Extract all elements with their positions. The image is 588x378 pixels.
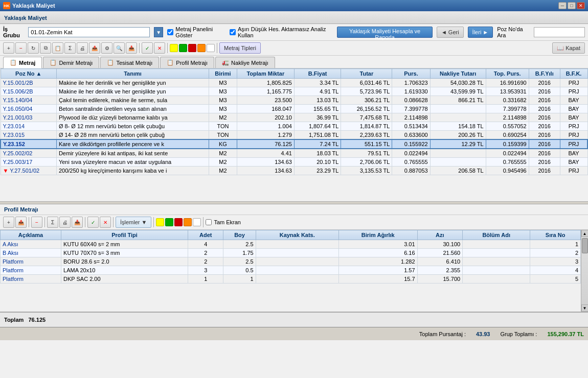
export-button[interactable]: 📤 — [89, 42, 100, 54]
table-row[interactable]: Y.23.015 Ø 14- Ø 28 mm nervürlü beton çe… — [1, 131, 587, 140]
bottom-col-aciklama[interactable]: Açıklama — [1, 230, 61, 240]
bottom-table-row[interactable]: Platform LAMA 20x10 3 0.5 1.57 2.355 4 — [1, 266, 581, 275]
bottom-col-bolum-adi[interactable]: Bölüm Adı — [463, 230, 530, 240]
bottom-remove-button[interactable]: − — [31, 217, 42, 228]
bottom-check-button[interactable]: ✓ — [87, 217, 99, 228]
bottom-col-azi[interactable]: Azı — [417, 230, 463, 240]
bottom-table-row[interactable]: A Aksı KUTU 60X40 s= 2 mm 4 2.5 3.01 30.… — [1, 240, 581, 249]
bottom-col-kaynak-kats[interactable]: Kaynak Kats. — [256, 230, 338, 240]
islemler-button[interactable]: İşlemler ▼ — [116, 217, 151, 228]
bottom-add-button[interactable]: + — [3, 217, 14, 228]
maximize-button[interactable]: □ — [568, 2, 576, 9]
table-row[interactable]: Y.15.140/04 Çakıl temin edilerek, makine… — [1, 96, 587, 105]
color-white-button[interactable] — [207, 44, 215, 52]
scroll-down-arrow[interactable]: ▼ — [581, 304, 589, 312]
poz-search-input[interactable] — [534, 27, 585, 37]
tab-demir-metraji[interactable]: 📋 Demir Metrajı — [43, 57, 99, 68]
bottom-cross-button[interactable]: ✕ — [100, 217, 111, 228]
bottom-col-profil-tipi[interactable]: Profil Tipi — [61, 230, 188, 240]
color-green-button[interactable] — [179, 44, 187, 52]
table-row[interactable]: Y.15.001/2B Makine ile her derinlik ve h… — [1, 79, 587, 87]
scroll-up-arrow[interactable]: ▲ — [581, 230, 589, 237]
cell-bfk: BAY — [560, 113, 587, 122]
col-bf-yil[interactable]: B.F.Yılı — [529, 69, 560, 79]
cell-toplam-miktar: 1.279 — [237, 131, 294, 140]
cell-top-purs: 0.945496 — [486, 167, 529, 175]
color-red-button[interactable] — [188, 44, 196, 52]
is-grubu-dropdown-btn[interactable]: ▼ — [154, 27, 163, 37]
bottom-color-red[interactable] — [174, 218, 183, 226]
col-nakliye-tutari[interactable]: Nakliye Tutarı — [430, 69, 486, 79]
table-row[interactable]: Y.23.152 Kare ve dikdörtgen profillerle … — [1, 139, 587, 149]
table-row[interactable]: Y.25.002/02 Demir yüzeylere iki kat anti… — [1, 149, 587, 158]
copy-button[interactable]: ⧉ — [40, 42, 51, 54]
is-grubu-input[interactable] — [28, 27, 150, 37]
bottom-table-row[interactable]: Platform BORU 28.6 s= 2.0 2 2.5 1.282 6.… — [1, 257, 581, 266]
tam-ekran-checkbox[interactable] — [206, 219, 212, 225]
tab-profil-metraji[interactable]: 📋 Profil Metrajı — [160, 57, 214, 68]
bottom-sum-button[interactable]: Σ — [47, 217, 58, 228]
bottom-color-green[interactable] — [165, 218, 173, 226]
bottom-col-adet[interactable]: Adet — [188, 230, 223, 240]
table-row[interactable]: Y.21.001/03 Plywood ile düz yüzeyli beto… — [1, 113, 587, 122]
add-button[interactable]: + — [3, 42, 14, 54]
minimize-button[interactable]: ─ — [558, 2, 567, 9]
col-b-fiyat[interactable]: B.Fiyat — [294, 69, 341, 79]
bottom-col-birim-agirlik[interactable]: Birim Ağırlık — [338, 230, 417, 240]
color-orange-button[interactable] — [197, 44, 206, 52]
sum-button[interactable]: Σ — [64, 42, 76, 54]
bottom-cell-adet: 3 — [188, 266, 223, 275]
bottom-print-button[interactable]: 🖨 — [59, 217, 71, 228]
tab-metraj[interactable]: 📋 Metraj — [3, 57, 42, 68]
col-bfk[interactable]: B.F.K. — [560, 69, 587, 79]
col-top-purs[interactable]: Top. Purs. — [486, 69, 529, 79]
bottom-export-button[interactable]: 📤 — [15, 217, 27, 228]
check-button[interactable]: ✓ — [142, 42, 153, 54]
ileri-button[interactable]: İleri ► — [468, 27, 493, 38]
metraj-tipleri-button[interactable]: Metraj Tipleri — [219, 42, 261, 54]
metraj-paneli-checkbox[interactable] — [167, 29, 173, 35]
col-poz-no[interactable]: Poz No ▲ — [1, 69, 56, 79]
col-tutar[interactable]: Tutar — [341, 69, 392, 79]
col-purs[interactable]: Purs. — [392, 69, 430, 79]
import-button[interactable]: 📥 — [126, 42, 137, 54]
geri-button[interactable]: ◄ Geri — [437, 27, 464, 38]
col-tanim[interactable]: Tanımı — [56, 69, 209, 79]
bottom-table-row[interactable]: B Aksı KUTU 70X70 s= 3 mm 2 1.75 6.16 21… — [1, 249, 581, 257]
hesapla-button[interactable]: Yaklaşık Maliyeti Hesapla ve Raporla — [337, 27, 433, 38]
grup-toplami-label: Grup Toplamı : — [500, 331, 537, 337]
bottom-color-white[interactable] — [193, 218, 201, 226]
bottom-table-row[interactable]: Platform DKP SAC 2.00 1 1 15.7 15.700 5 — [1, 275, 581, 284]
bottom-table-scroll[interactable]: Açıklama Profil Tipi Adet Boy Kaynak Kat… — [0, 230, 581, 312]
table-row[interactable]: ▼ Y.27.501/02 200/250 kg kireç/çimento k… — [1, 167, 587, 175]
bottom-color-yellow[interactable] — [156, 218, 164, 226]
settings-button[interactable]: ⚙ — [101, 42, 112, 54]
table-row[interactable]: Y.16.050/04 Beton santralinde üretilen v… — [1, 105, 587, 113]
col-birim[interactable]: Birimi — [209, 69, 237, 79]
table-row[interactable]: Y.23.014 Ø 8- Ø 12 mm nervürlü beton çel… — [1, 122, 587, 131]
col-toplam-miktar[interactable]: Toplam Miktar — [237, 69, 294, 79]
remove-button[interactable]: − — [15, 42, 27, 54]
kapat-button[interactable]: 📖 Kapat — [552, 42, 585, 54]
vertical-scrollbar[interactable]: ▲ ▼ — [581, 230, 588, 312]
tab-nakliye-metraji[interactable]: 🚛 Nakliye Metrajı — [215, 57, 275, 68]
paste-button[interactable]: 📋 — [52, 42, 63, 54]
scroll-thumb[interactable] — [582, 238, 588, 253]
filter-button[interactable]: 🔍 — [114, 42, 125, 54]
bottom-import-button[interactable]: 📥 — [72, 217, 83, 228]
tab-tesisat-metraji[interactable]: 📋 Tesisat Metrajı — [100, 57, 159, 68]
asiri-dusuk-checkbox[interactable] — [230, 29, 236, 35]
table-row[interactable]: Y.25.003/17 Yeni sıva yüzeylere macun ve… — [1, 158, 587, 167]
refresh-button[interactable]: ↻ — [28, 42, 39, 54]
cross-button[interactable]: ✕ — [154, 42, 165, 54]
bottom-color-orange[interactable] — [184, 218, 192, 226]
close-button[interactable]: ✕ — [577, 2, 585, 9]
print-button[interactable]: 🖨 — [77, 42, 88, 54]
cell-tanim: Demir yüzeylere iki kat antipas, iki kat… — [56, 149, 209, 158]
bottom-col-boy[interactable]: Boy — [223, 230, 256, 240]
bottom-col-sira-no[interactable]: Sıra No — [530, 230, 581, 240]
cell-bf-yil: 2016 — [529, 149, 560, 158]
table-row[interactable]: Y.15.006/2B Makine ile her derinlik ve h… — [1, 87, 587, 96]
color-yellow-button[interactable] — [170, 44, 178, 52]
metraj-paneli-label: Metraj Panelini Göster — [175, 26, 225, 38]
